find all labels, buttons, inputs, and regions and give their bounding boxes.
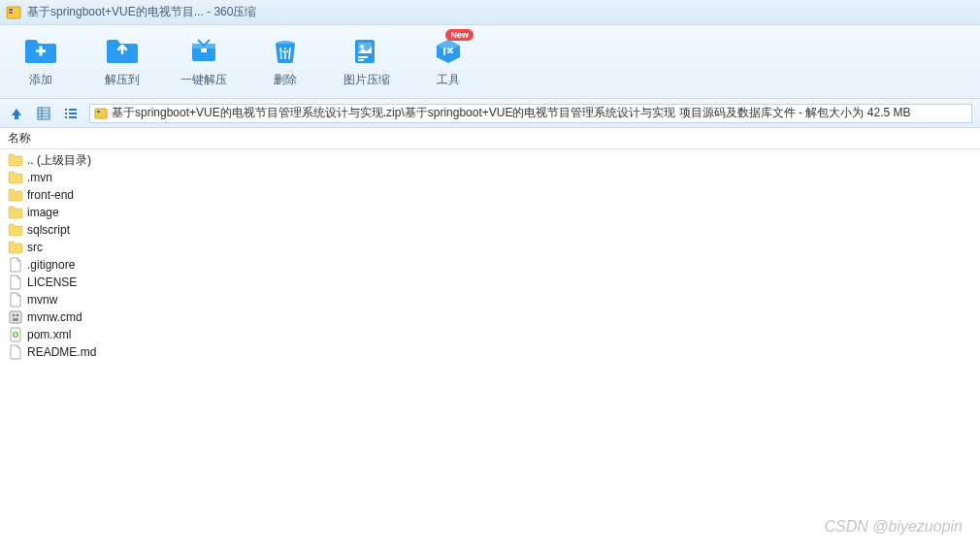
- folder-icon: [8, 222, 23, 238]
- extract-to-label: 解压到: [105, 72, 140, 88]
- file-row[interactable]: sqlscript: [6, 221, 974, 239]
- one-click-extract-label: 一键解压: [180, 72, 227, 88]
- file-name: .gitignore: [27, 258, 75, 272]
- one-click-extract-button[interactable]: 一键解压: [173, 35, 235, 88]
- extract-box-icon: [186, 35, 221, 66]
- file-row[interactable]: front-end: [6, 186, 974, 204]
- cmd-icon: [8, 309, 23, 325]
- tools-label: 工具: [437, 72, 460, 88]
- path-field[interactable]: 基于springboot+VUE的电视节目管理系统设计与实现.zip\基于spr…: [89, 104, 972, 123]
- file-name: sqlscript: [27, 223, 70, 237]
- path-text: 基于springboot+VUE的电视节目管理系统设计与实现.zip\基于spr…: [112, 105, 910, 121]
- image-compress-icon: [349, 35, 384, 66]
- file-row[interactable]: LICENSE: [6, 274, 974, 291]
- window-title: 基于springboot+VUE的电视节目... - 360压缩: [27, 4, 256, 20]
- svg-rect-21: [65, 113, 67, 114]
- watermark: CSDN @biyezuopin: [824, 518, 963, 535]
- file-name: mvnw: [27, 293, 57, 307]
- svg-rect-30: [13, 318, 18, 321]
- svg-rect-1: [9, 9, 13, 11]
- file-row[interactable]: src: [6, 239, 974, 256]
- column-header[interactable]: 名称: [0, 128, 980, 149]
- svg-rect-22: [69, 113, 77, 114]
- svg-rect-25: [95, 109, 107, 118]
- extract-folder-icon: [105, 35, 140, 66]
- app-icon: [6, 5, 21, 20]
- file-row[interactable]: image: [6, 204, 974, 221]
- file-row[interactable]: .mvn: [6, 169, 974, 186]
- file-icon: [8, 292, 23, 308]
- folder-icon: [8, 152, 23, 168]
- svg-rect-23: [65, 116, 67, 118]
- folder-icon: [8, 170, 23, 185]
- file-name: .mvn: [27, 171, 52, 184]
- file-row[interactable]: mvnw.cmd: [6, 308, 974, 326]
- file-name: LICENSE: [27, 276, 77, 289]
- svg-rect-26: [97, 111, 100, 113]
- file-icon: [8, 344, 23, 360]
- file-row[interactable]: pom.xml: [6, 326, 974, 343]
- toolbar: 添加 解压到 一键解压: [0, 25, 980, 99]
- new-badge: New: [445, 29, 474, 41]
- svg-rect-19: [65, 109, 67, 111]
- svg-point-28: [13, 314, 16, 317]
- file-list: .. (上级目录).mvnfront-endimagesqlscriptsrc.…: [0, 149, 980, 363]
- svg-rect-24: [69, 116, 77, 118]
- file-name: mvnw.cmd: [27, 310, 82, 324]
- nav-icons: [8, 105, 80, 122]
- folder-icon: [8, 187, 23, 203]
- nav-row: 基于springboot+VUE的电视节目管理系统设计与实现.zip\基于spr…: [0, 99, 980, 128]
- file-name: README.md: [27, 345, 96, 359]
- add-label: 添加: [29, 72, 52, 88]
- add-button[interactable]: 添加: [10, 35, 72, 88]
- file-name: image: [27, 206, 59, 219]
- archive-icon: [94, 107, 108, 120]
- svg-point-29: [16, 314, 19, 317]
- xml-icon: [8, 327, 23, 342]
- svg-rect-12: [358, 56, 368, 58]
- delete-button[interactable]: 删除: [254, 35, 316, 88]
- folder-icon: [8, 240, 23, 255]
- up-arrow-icon[interactable]: [8, 105, 25, 122]
- list-view-icon[interactable]: [62, 105, 80, 122]
- svg-rect-27: [10, 311, 21, 323]
- file-row[interactable]: .. (上级目录): [6, 151, 974, 169]
- details-view-icon[interactable]: [35, 105, 52, 122]
- file-icon: [8, 257, 23, 273]
- tools-button[interactable]: New 工具: [417, 35, 479, 88]
- folder-icon: [8, 205, 23, 220]
- svg-rect-13: [358, 59, 364, 61]
- file-icon: [8, 275, 23, 290]
- file-name: src: [27, 241, 43, 254]
- titlebar: 基于springboot+VUE的电视节目... - 360压缩: [0, 0, 980, 25]
- svg-point-11: [360, 45, 364, 49]
- column-name: 名称: [8, 130, 31, 146]
- extract-to-button[interactable]: 解压到: [91, 35, 153, 88]
- image-compress-label: 图片压缩: [343, 72, 390, 88]
- add-folder-icon: [23, 35, 58, 66]
- image-compress-button[interactable]: 图片压缩: [336, 35, 398, 88]
- file-row[interactable]: mvnw: [6, 291, 974, 308]
- file-name: pom.xml: [27, 328, 71, 341]
- svg-rect-7: [201, 49, 207, 52]
- svg-rect-4: [40, 47, 43, 56]
- trash-icon: [268, 35, 303, 66]
- file-row[interactable]: .gitignore: [6, 256, 974, 274]
- file-name: front-end: [27, 188, 74, 202]
- file-row[interactable]: README.md: [6, 343, 974, 361]
- svg-rect-2: [9, 12, 13, 14]
- delete-label: 删除: [274, 72, 297, 88]
- file-name: .. (上级目录): [27, 152, 91, 169]
- svg-rect-20: [69, 109, 77, 111]
